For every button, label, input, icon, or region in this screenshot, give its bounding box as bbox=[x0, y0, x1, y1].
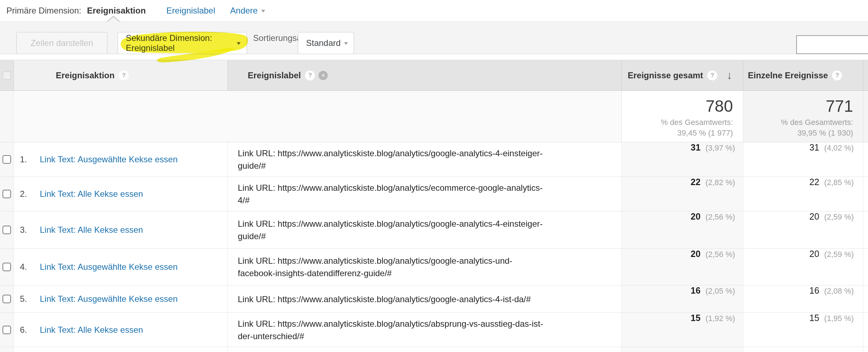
column-header-einzelne-ereignisse[interactable]: Einzelne Ereignisse ? bbox=[743, 60, 863, 90]
help-icon[interactable]: ? bbox=[707, 70, 717, 80]
row-total-events-cell: 16 (2,05 %) bbox=[621, 285, 743, 312]
row-unique-group: 16 (2,08 %) bbox=[809, 285, 854, 296]
row-unique-value: 15 bbox=[809, 313, 819, 323]
row-action-link[interactable]: Link Text: Alle Kekse essen bbox=[40, 325, 143, 335]
table-row: 5. Link Text: Ausgewählte Kekse essen Li… bbox=[0, 285, 868, 313]
row-unique-pct: (2,59 %) bbox=[824, 212, 854, 222]
plot-rows-button[interactable]: Zeilen darstellen bbox=[16, 32, 107, 54]
row-filler-cell bbox=[863, 211, 868, 248]
row-total-pct: (1,92 %) bbox=[706, 314, 735, 323]
partial-cell bbox=[227, 347, 621, 352]
row-action-link[interactable]: Link Text: Ausgewählte Kekse essen bbox=[40, 262, 178, 272]
row-filler-cell bbox=[863, 313, 868, 347]
summary-unique-events-pct: % des Gesamtwerts: 39,95 % (1 930) bbox=[743, 117, 853, 138]
sort-type-dropdown[interactable]: Standard ▼ bbox=[298, 32, 354, 54]
row-total-events-cell: 20 (2,56 %) bbox=[621, 249, 743, 285]
dimension-tab-ereignislabel[interactable]: Ereignislabel bbox=[166, 6, 215, 16]
row-total-group: 15 (1,92 %) bbox=[691, 313, 735, 323]
row-checkbox[interactable] bbox=[2, 295, 11, 303]
row-label-cell: Link URL: https://www.analyticskiste.blo… bbox=[227, 142, 621, 177]
row-label-text: Link URL: https://www.analyticskiste.blo… bbox=[238, 217, 543, 242]
table-row: 6. Link Text: Alle Kekse essen Link URL:… bbox=[0, 313, 868, 347]
remove-secondary-dimension-icon[interactable]: ✕ bbox=[318, 71, 328, 80]
row-index: 6. bbox=[20, 325, 34, 335]
dimension-tab-ereignisaktion[interactable]: Ereignisaktion bbox=[87, 6, 146, 16]
row-total-group: 31 (3,97 %) bbox=[691, 142, 735, 153]
row-total-pct: (2,05 %) bbox=[706, 287, 735, 296]
table-search-input[interactable] bbox=[796, 35, 868, 54]
row-total-events-cell: 15 (1,92 %) bbox=[621, 313, 743, 347]
plot-rows-button-label: Zeilen darstellen bbox=[31, 38, 93, 48]
summary-unique-events: 771 % des Gesamtwerts: 39,95 % (1 930) bbox=[743, 91, 863, 142]
row-total-group: 20 (2,56 %) bbox=[691, 249, 735, 259]
row-total-events-cell: 20 (2,56 %) bbox=[621, 211, 743, 248]
row-unique-events-cell: 15 (1,95 %) bbox=[743, 313, 863, 347]
row-unique-group: 22 (2,85 %) bbox=[809, 177, 854, 187]
row-unique-events-cell: 31 (4,02 %) bbox=[743, 142, 863, 177]
row-index: 5. bbox=[20, 294, 34, 304]
row-total-group: 22 (2,82 %) bbox=[691, 177, 735, 187]
row-unique-value: 31 bbox=[809, 142, 819, 153]
secondary-dimension-button[interactable]: Sekundäre Dimension: Ereignislabel ▼ bbox=[118, 32, 247, 54]
row-unique-pct: (2,59 %) bbox=[824, 250, 854, 259]
partial-cell bbox=[621, 347, 743, 352]
sort-descending-icon[interactable]: ↓ bbox=[727, 69, 733, 82]
header-filler-cell bbox=[863, 60, 868, 90]
table-row: 3. Link Text: Alle Kekse essen Link URL:… bbox=[0, 211, 868, 249]
help-icon[interactable]: ? bbox=[119, 70, 129, 80]
row-total-value: 22 bbox=[691, 177, 701, 187]
chevron-down-icon: ▼ bbox=[236, 41, 242, 46]
partial-row bbox=[0, 347, 868, 352]
row-label-text: Link URL: https://www.analyticskiste.blo… bbox=[238, 317, 543, 342]
row-filler-cell bbox=[863, 142, 868, 177]
page: Primäre Dimension: Ereignisaktion Ereign… bbox=[0, 0, 868, 352]
row-unique-events-cell: 20 (2,59 %) bbox=[743, 211, 863, 248]
row-checkbox[interactable] bbox=[2, 155, 11, 164]
row-label-text: Link URL: https://www.analyticskiste.blo… bbox=[238, 254, 512, 279]
column-header-ereignisse-gesamt[interactable]: Ereignisse gesamt ? ↓ bbox=[621, 60, 743, 90]
table-row: 2. Link Text: Alle Kekse essen Link URL:… bbox=[0, 177, 868, 211]
row-index: 1. bbox=[20, 154, 34, 164]
row-total-group: 20 (2,56 %) bbox=[691, 211, 735, 222]
help-icon[interactable]: ? bbox=[305, 70, 315, 80]
row-unique-value: 16 bbox=[809, 285, 819, 296]
column-header-ereignislabel[interactable]: Ereignislabel ? ✕ bbox=[227, 60, 621, 90]
table-row: 4. Link Text: Ausgewählte Kekse essen Li… bbox=[0, 249, 868, 285]
primary-dimension-label: Primäre Dimension: bbox=[6, 6, 81, 16]
row-action-cell: 5. Link Text: Ausgewählte Kekse essen bbox=[14, 285, 227, 312]
row-action-link[interactable]: Link Text: Alle Kekse essen bbox=[40, 225, 143, 235]
row-total-value: 16 bbox=[691, 285, 701, 296]
column-header-ereignisse-gesamt-group: Ereignisse gesamt ? bbox=[628, 70, 717, 80]
row-label-text: Link URL: https://www.analyticskiste.blo… bbox=[238, 182, 543, 206]
row-unique-group: 31 (4,02 %) bbox=[809, 142, 854, 153]
row-checkbox[interactable] bbox=[2, 326, 11, 334]
row-label-cell: Link URL: https://www.analyticskiste.blo… bbox=[227, 285, 621, 312]
row-checkbox[interactable] bbox=[2, 190, 11, 198]
help-icon[interactable]: ? bbox=[832, 70, 842, 80]
row-checkbox[interactable] bbox=[2, 263, 11, 271]
header-checkbox-cell bbox=[0, 60, 14, 90]
dimension-tab-andere[interactable]: Andere ▼ bbox=[230, 6, 266, 16]
summary-row: 780 % des Gesamtwerts: 39,45 % (1 977) 7… bbox=[0, 91, 868, 142]
row-total-value: 31 bbox=[691, 142, 701, 153]
row-checkbox[interactable] bbox=[2, 226, 11, 234]
row-checkbox-cell bbox=[0, 211, 14, 248]
row-unique-events-cell: 16 (2,08 %) bbox=[743, 285, 863, 312]
row-unique-pct: (2,85 %) bbox=[824, 178, 854, 187]
row-index: 2. bbox=[20, 189, 34, 199]
column-header-ereignisaktion[interactable]: Ereignisaktion ? bbox=[14, 60, 227, 90]
row-action-link[interactable]: Link Text: Ausgewählte Kekse essen bbox=[40, 294, 178, 304]
row-action-link[interactable]: Link Text: Alle Kekse essen bbox=[40, 189, 143, 199]
row-total-events-cell: 31 (3,97 %) bbox=[621, 142, 743, 177]
row-filler-cell bbox=[863, 285, 868, 312]
report-toolbar: Zeilen darstellen Sekundäre Dimension: E… bbox=[0, 21, 868, 54]
row-unique-value: 20 bbox=[809, 211, 819, 222]
summary-unique-events-value: 771 bbox=[743, 96, 853, 116]
row-action-cell: 4. Link Text: Ausgewählte Kekse essen bbox=[14, 249, 227, 285]
row-action-cell: 6. Link Text: Alle Kekse essen bbox=[14, 313, 227, 347]
dimension-tab-andere-label: Andere bbox=[230, 6, 258, 16]
chevron-down-icon: ▼ bbox=[343, 41, 349, 46]
events-table: Ereignisaktion ? Ereignislabel ? ✕ Ereig… bbox=[0, 60, 868, 352]
row-action-link[interactable]: Link Text: Ausgewählte Kekse essen bbox=[40, 154, 178, 164]
select-all-checkbox[interactable] bbox=[2, 71, 11, 80]
